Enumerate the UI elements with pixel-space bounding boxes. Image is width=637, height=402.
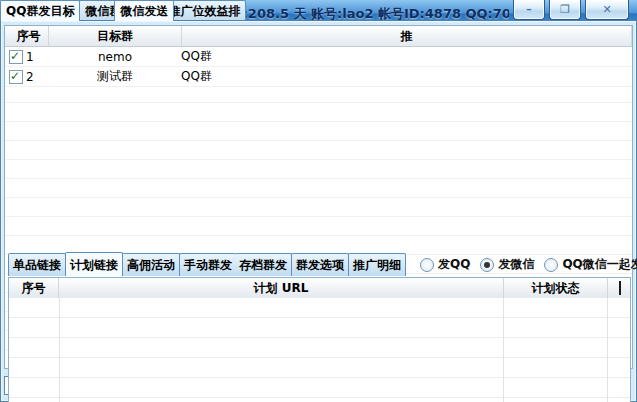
- radio-send-wechat-label: 发微信: [498, 256, 534, 273]
- radio-send-both-label: QQ微信一起发: [562, 256, 637, 273]
- row-type: QQ群: [181, 68, 632, 85]
- column-divider: [607, 298, 608, 402]
- tab-promo-detail[interactable]: 推广明细: [348, 253, 406, 276]
- tab-qq-targets[interactable]: QQ群发目标: [0, 0, 80, 21]
- radio-send-wechat-icon: [480, 258, 494, 272]
- app-window: 云烟淘客助手标准版V27.4 剩余天数:208.5 天 账号:lao2 帐号ID…: [0, 0, 637, 402]
- tab-group-send-options[interactable]: 群发选项: [291, 253, 349, 276]
- row-index: 2: [26, 70, 34, 84]
- target-row[interactable]: 1 nemo QQ群: [5, 47, 632, 67]
- col-plan-index[interactable]: 序号: [9, 278, 59, 298]
- column-divider: [59, 298, 60, 402]
- row-index: 1: [26, 50, 34, 64]
- tab-archive-group-send[interactable]: 存档群发: [235, 253, 292, 276]
- radio-send-both-icon: [544, 258, 558, 272]
- col-plan-status[interactable]: 计划状态: [504, 278, 608, 298]
- plan-table-header: 序号 计划 URL 计划状态: [9, 278, 630, 299]
- col-type[interactable]: 推: [182, 26, 632, 46]
- column-divider: [503, 298, 504, 402]
- col-target-group[interactable]: 目标群: [49, 26, 182, 46]
- col-index[interactable]: 序号: [5, 26, 49, 46]
- header-caret: [619, 281, 621, 295]
- tab-high-commission[interactable]: 高佣活动: [122, 253, 180, 276]
- radio-send-wechat[interactable]: 发微信: [480, 256, 534, 273]
- radio-send-qq-icon: [420, 258, 434, 272]
- tab-promo-rank[interactable]: 推广位效益排: [162, 0, 246, 21]
- col-plan-url[interactable]: 计划 URL: [59, 278, 504, 298]
- send-mode-radios: 发QQ 发微信 QQ微信一起发: [420, 256, 637, 273]
- plan-table: 序号 计划 URL 计划状态: [8, 277, 631, 402]
- tab-single-item-link[interactable]: 单品链接: [8, 253, 66, 276]
- row-type: QQ群: [181, 48, 632, 65]
- tab-plan-link[interactable]: 计划链接: [65, 252, 123, 276]
- radio-send-qq[interactable]: 发QQ: [420, 256, 470, 273]
- row-checkbox[interactable]: [9, 70, 23, 84]
- targets-table-header: 序号 目标群 推: [5, 26, 632, 47]
- target-tabs: QQ群发目标 微信群发目标 推广位效益排: [0, 0, 637, 21]
- radio-send-both[interactable]: QQ微信一起发: [544, 256, 637, 273]
- tab-manual-group-send[interactable]: 手动群发: [179, 253, 236, 276]
- radio-send-qq-label: 发QQ: [438, 256, 470, 273]
- bottom-tab-bar: 单品链接 计划链接 高佣活动 手动群发 存档群发 群发选项 推广明细 发QQ 发…: [8, 254, 633, 276]
- row-name: nemo: [49, 50, 181, 64]
- target-row[interactable]: 2 测试群 QQ群: [5, 67, 632, 87]
- row-name: 测试群: [49, 68, 181, 85]
- tab-wechat-send[interactable]: 微信发送: [114, 0, 174, 21]
- row-checkbox[interactable]: [9, 50, 23, 64]
- plan-table-body[interactable]: [9, 298, 630, 402]
